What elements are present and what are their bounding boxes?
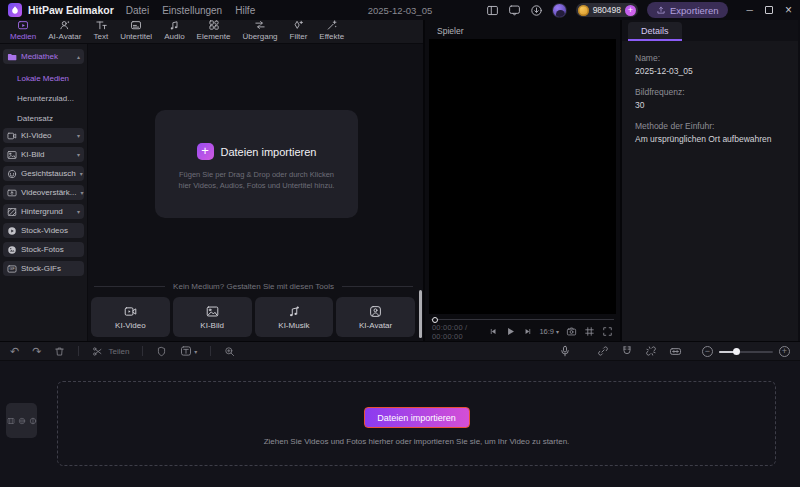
marker-badge-icon[interactable] xyxy=(156,346,167,357)
sidebar-item-stock-gifs[interactable]: GIF Stock-GIFs xyxy=(3,261,84,276)
layout-panel-icon[interactable] xyxy=(486,4,499,17)
split-scissors-icon[interactable] xyxy=(92,346,103,357)
tool-ki-video[interactable]: KI-Video xyxy=(91,297,170,337)
toolbar-divider xyxy=(142,346,143,356)
timeline-toolbar: ↶ ↷ Teilen ▾ xyxy=(0,342,800,361)
folder-icon xyxy=(7,52,17,62)
play-icon[interactable] xyxy=(505,326,516,337)
detail-framerate-label: Bildfrequenz: xyxy=(635,87,785,97)
app-window: HitPaw Edimakor Datei Einstellungen Hilf… xyxy=(0,0,800,487)
ai-avatar-tool-icon xyxy=(369,305,382,318)
add-credits-icon[interactable]: + xyxy=(625,5,636,16)
snapshot-camera-icon[interactable] xyxy=(566,326,577,337)
microphone-icon[interactable] xyxy=(559,345,571,357)
credits-pill[interactable]: 980498 + xyxy=(576,3,638,17)
aspect-ratio-select[interactable]: 16:9 ▾ xyxy=(539,327,559,336)
seekbar-knob[interactable] xyxy=(432,317,438,323)
feedback-message-icon[interactable] xyxy=(508,4,521,17)
fullscreen-icon[interactable] xyxy=(602,326,613,337)
sidebar-item-ki-bild[interactable]: KI-Bild ▾ xyxy=(3,147,84,162)
undo-icon[interactable]: ↶ xyxy=(10,346,19,357)
media-tabbar: Medien AI-Avatar Text Untertitel Audio xyxy=(0,20,423,44)
subtitle-icon xyxy=(130,19,142,31)
details-panel: Details Name: 2025-12-03_05 Bildfrequenz… xyxy=(622,20,798,341)
media-scrollbar[interactable] xyxy=(419,290,422,338)
tab-details[interactable]: Details xyxy=(628,22,682,41)
chevron-down-icon: ▾ xyxy=(77,151,80,158)
tab-effekte[interactable]: Effekte xyxy=(313,19,350,41)
magic-wand-icon xyxy=(326,19,338,31)
export-label: Exportieren xyxy=(670,5,719,16)
player-viewport[interactable] xyxy=(429,39,616,314)
sidebar-item-lokale-medien[interactable]: Lokale Medien xyxy=(3,68,84,88)
sidebar-item-stock-fotos[interactable]: Stock-Fotos xyxy=(3,242,84,257)
unlink-clips-icon[interactable] xyxy=(645,345,657,357)
text-tool-dropdown[interactable]: ▾ xyxy=(180,345,197,357)
tool-cards: KI-Video KI-Bild KI-Musik KI-Avatar xyxy=(91,297,415,337)
tool-ki-bild[interactable]: KI-Bild xyxy=(173,297,252,337)
tab-uebergang[interactable]: Übergang xyxy=(236,19,283,41)
track-header-box xyxy=(6,403,37,438)
track-text-icon[interactable] xyxy=(29,417,37,425)
sidebar-item-herunterzuladen[interactable]: Herunterzulad... xyxy=(3,88,84,108)
chevron-down-icon: ▾ xyxy=(80,170,83,177)
safe-grid-icon[interactable] xyxy=(584,326,595,337)
menu-hilfe[interactable]: Hilfe xyxy=(235,5,255,16)
sidebar-item-hintergrund[interactable]: Hintergrund ▾ xyxy=(3,204,84,219)
menu-einstellungen[interactable]: Einstellungen xyxy=(162,5,222,16)
seekbar-track xyxy=(431,319,614,320)
next-frame-icon[interactable] xyxy=(523,327,532,336)
tool-ki-musik[interactable]: KI-Musik xyxy=(255,297,334,337)
link-clips-icon[interactable] xyxy=(597,345,609,357)
sidebar-item-datensatz[interactable]: Datensatz xyxy=(3,108,84,128)
user-avatar[interactable] xyxy=(552,3,567,18)
timeline-dropzone[interactable]: Dateien importieren Ziehen Sie Videos un… xyxy=(57,381,776,466)
tab-untertitel[interactable]: Untertitel xyxy=(114,19,158,41)
zoom-in-icon[interactable]: + xyxy=(779,346,790,357)
timeline-zoom-slider[interactable] xyxy=(719,347,773,355)
fit-timeline-icon[interactable] xyxy=(669,345,682,358)
download-icon[interactable] xyxy=(530,4,543,17)
timeline-import-button[interactable]: Dateien importieren xyxy=(364,407,470,428)
maximize-button[interactable] xyxy=(765,6,773,14)
sidebar-item-gesichtstausch[interactable]: Gesichtstausch ▾ xyxy=(3,166,84,181)
zoom-slider-knob[interactable] xyxy=(733,348,740,355)
delete-icon[interactable] xyxy=(54,346,65,357)
chevron-down-icon: ▾ xyxy=(77,132,80,139)
zoom-out-icon[interactable]: − xyxy=(702,346,713,357)
tab-text[interactable]: Text xyxy=(87,19,114,41)
track-video-icon[interactable] xyxy=(7,417,15,425)
minimize-button[interactable]: ─ xyxy=(747,5,753,15)
import-title: Dateien importieren xyxy=(221,146,317,158)
split-label[interactable]: Teilen xyxy=(108,347,129,356)
player-seekbar[interactable] xyxy=(431,315,614,324)
track-audio-icon[interactable] xyxy=(18,417,26,425)
chevron-down-icon: ▾ xyxy=(77,208,80,215)
tab-audio[interactable]: Audio xyxy=(158,19,190,41)
media-panel: Medien AI-Avatar Text Untertitel Audio xyxy=(0,20,425,341)
upload-icon xyxy=(656,5,666,15)
sidebar-item-ki-video[interactable]: KI-Video ▾ xyxy=(3,128,84,143)
toolbar-divider xyxy=(210,346,211,356)
sidebar-item-mediathek[interactable]: Mediathek ▴ xyxy=(3,49,84,64)
zoom-tool-icon[interactable] xyxy=(224,346,235,357)
prev-frame-icon[interactable] xyxy=(489,327,498,336)
sidebar-item-stock-videos[interactable]: Stock-Videos xyxy=(3,223,84,238)
tab-elemente[interactable]: Elemente xyxy=(191,19,237,41)
tab-ai-avatar[interactable]: AI-Avatar xyxy=(42,19,87,41)
redo-icon[interactable]: ↷ xyxy=(32,346,41,357)
import-dropzone[interactable]: + Dateien importieren Fügen Sie per Drag… xyxy=(155,110,358,218)
tab-filter[interactable]: Filter xyxy=(284,19,314,41)
tab-medien[interactable]: Medien xyxy=(4,19,42,41)
magnet-snap-icon[interactable] xyxy=(621,345,633,357)
app-title: HitPaw Edimakor xyxy=(28,4,114,16)
tool-ki-avatar[interactable]: KI-Avatar xyxy=(336,297,415,337)
details-tabrow: Details xyxy=(622,20,798,41)
export-button[interactable]: Exportieren xyxy=(647,2,728,18)
time-display: 00:00:00 / 00:00:00 xyxy=(432,323,489,341)
sidebar-item-videoverstaerker[interactable]: Videoverstärk... ▾ xyxy=(3,185,84,200)
media-content: + Dateien importieren Fügen Sie per Drag… xyxy=(88,44,423,341)
menu-datei[interactable]: Datei xyxy=(126,5,149,16)
close-button[interactable]: × xyxy=(785,5,792,15)
player-panel: Spieler 00:00:00 / 00:00:00 16:9 ▾ xyxy=(425,20,622,341)
